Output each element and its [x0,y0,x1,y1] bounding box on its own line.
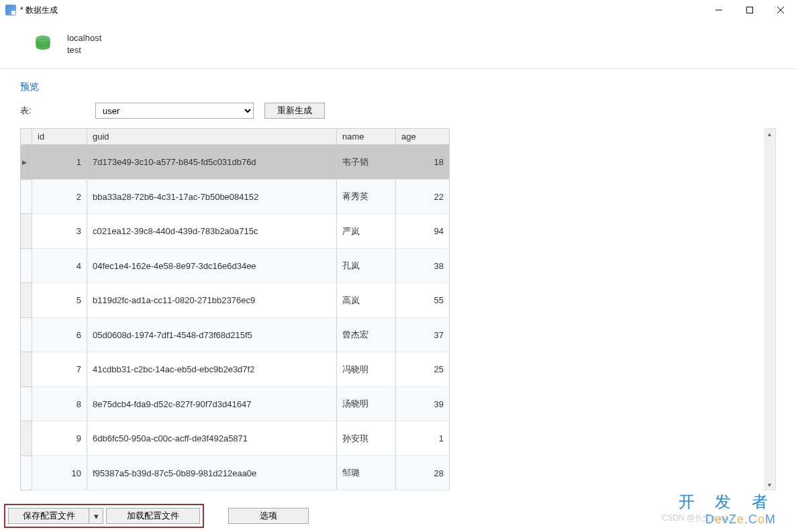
cell-name[interactable]: 严岚 [337,214,396,249]
cell-id[interactable]: 9 [32,421,87,456]
cell-age[interactable]: 39 [396,386,450,421]
table-row[interactable]: 17d173e49-3c10-a577-b845-fd5c031db76d韦子韬… [21,145,450,180]
row-handle[interactable] [21,214,32,249]
cell-id[interactable]: 10 [32,456,87,490]
cell-id[interactable]: 5 [32,283,87,318]
minimize-button[interactable] [703,0,734,20]
cell-guid[interactable]: c021ea12-39c8-440d-439d-783b2a0a715c [87,214,337,249]
cell-id[interactable]: 1 [32,145,87,180]
database-icon [34,35,52,54]
cell-name[interactable]: 冯晓明 [337,352,396,387]
connection-info: localhost test [0,20,796,68]
table-row[interactable]: 404fec1e4-162e-4e58-8e97-3dc16e6d34ee孔岚3… [21,248,450,283]
cell-guid[interactable]: 6db6fc50-950a-c00c-acff-de3f492a5871 [87,421,337,456]
col-header-age[interactable]: age [396,129,450,145]
cell-id[interactable]: 3 [32,214,87,249]
cell-guid[interactable]: bba33a28-72b6-4c31-17ac-7b50be084152 [87,179,337,214]
cell-name[interactable]: 曾杰宏 [337,317,396,352]
row-handle[interactable] [21,179,32,214]
row-handle[interactable] [21,317,32,352]
table-row[interactable]: 88e75dcb4-fda9-d52c-827f-90f7d3d41647汤晓明… [21,386,450,421]
connection-host: localhost [67,32,101,44]
cell-name[interactable]: 高岚 [337,283,396,318]
row-handle[interactable] [21,456,32,490]
col-header-name[interactable]: name [337,129,396,145]
cell-guid[interactable]: f95387a5-b39d-87c5-0b89-981d212eaa0e [87,456,337,490]
preview-tab[interactable]: 预览 [20,81,39,93]
cell-id[interactable]: 7 [32,352,87,387]
close-button[interactable] [765,0,796,20]
window-title: * 数据生成 [20,5,703,16]
svg-rect-1 [747,7,753,13]
cell-guid[interactable]: 7d173e49-3c10-a577-b845-fd5c031db76d [87,145,337,180]
cell-age[interactable]: 37 [396,317,450,352]
cell-age[interactable]: 38 [396,248,450,283]
window-controls [703,0,796,20]
table-row[interactable]: 5b119d2fc-ad1a-cc11-0820-271bb2376ec9高岚5… [21,283,450,318]
table-select[interactable]: user [95,103,254,119]
svg-point-5 [36,36,50,42]
table-row[interactable]: 741cdbb31-c2bc-14ac-eb5d-ebc9b2e3d7f2冯晓明… [21,352,450,387]
cell-name[interactable]: 韦子韬 [337,145,396,180]
csdn-watermark: CSDN @长空nuaa [662,513,729,524]
cell-age[interactable]: 25 [396,352,450,387]
load-config-button[interactable]: 加载配置文件 [106,508,200,524]
row-handle[interactable] [21,283,32,318]
cell-age[interactable]: 94 [396,214,450,249]
cell-guid[interactable]: 8e75dcb4-fda9-d52c-827f-90f7d3d41647 [87,386,337,421]
row-handle[interactable] [21,386,32,421]
cell-id[interactable]: 2 [32,179,87,214]
cell-name[interactable]: 孔岚 [337,248,396,283]
row-handle[interactable] [21,248,32,283]
options-button[interactable]: 选项 [228,508,309,524]
cell-age[interactable]: 28 [396,456,450,490]
regenerate-button[interactable]: 重新生成 [264,103,325,119]
cell-id[interactable]: 4 [32,248,87,283]
cell-name[interactable]: 蒋秀英 [337,179,396,214]
col-header-guid[interactable]: guid [87,129,337,145]
row-handle[interactable] [21,352,32,387]
config-buttons-highlight: 保存配置文件 ▾ 加载配置文件 [4,504,204,528]
vertical-scrollbar[interactable] [764,128,776,490]
save-config-dropdown[interactable]: ▾ [89,508,103,524]
cell-guid[interactable]: b119d2fc-ad1a-cc11-0820-271bb2376ec9 [87,283,337,318]
table-row[interactable]: 2bba33a28-72b6-4c31-17ac-7b50be084152蒋秀英… [21,179,450,214]
cell-name[interactable]: 邹璐 [337,456,396,490]
cell-guid[interactable]: 04fec1e4-162e-4e58-8e97-3dc16e6d34ee [87,248,337,283]
row-header-corner [21,129,32,145]
cell-age[interactable]: 1 [396,421,450,456]
maximize-button[interactable] [734,0,765,20]
titlebar: * 数据生成 [0,0,796,20]
cell-guid[interactable]: 41cdbb31-c2bc-14ac-eb5d-ebc9b2e3d7f2 [87,352,337,387]
connection-db: test [67,44,101,56]
table-row[interactable]: 3c021ea12-39c8-440d-439d-783b2a0a715c严岚9… [21,214,450,249]
save-config-button[interactable]: 保存配置文件 [8,508,89,524]
cell-age[interactable]: 22 [396,179,450,214]
cell-name[interactable]: 汤晓明 [337,386,396,421]
row-handle[interactable] [21,421,32,456]
data-grid[interactable]: id guid name age 17d173e49-3c10-a577-b84… [20,128,450,490]
cell-id[interactable]: 6 [32,317,87,352]
cell-age[interactable]: 55 [396,283,450,318]
table-row[interactable]: 96db6fc50-950a-c00c-acff-de3f492a5871孙安琪… [21,421,450,456]
cell-age[interactable]: 18 [396,145,450,180]
cell-guid[interactable]: 05d0608d-1974-7df1-4548-d73f68d215f5 [87,317,337,352]
cell-id[interactable]: 8 [32,386,87,421]
table-label: 表: [20,105,95,117]
app-icon [5,5,16,15]
cell-name[interactable]: 孙安琪 [337,421,396,456]
col-header-id[interactable]: id [32,129,87,145]
table-row[interactable]: 605d0608d-1974-7df1-4548-d73f68d215f5曾杰宏… [21,317,450,352]
table-row[interactable]: 10f95387a5-b39d-87c5-0b89-981d212eaa0e邹璐… [21,456,450,490]
row-handle[interactable] [21,145,32,180]
